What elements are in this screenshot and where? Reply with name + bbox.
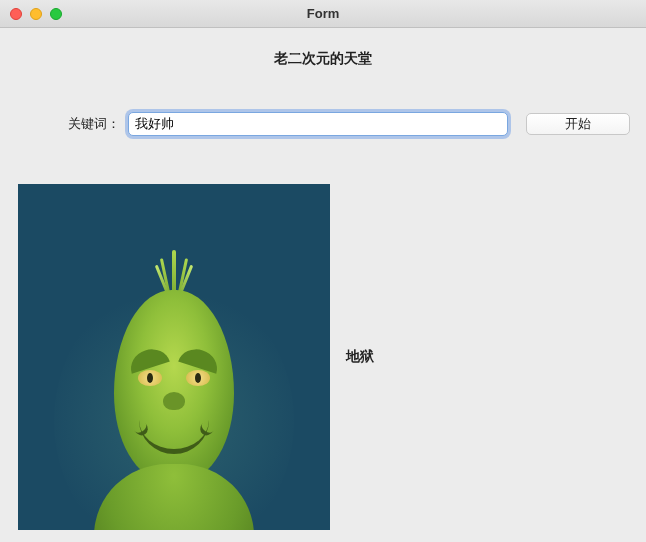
page-title: 老二次元的天堂 <box>0 28 646 68</box>
start-button[interactable]: 开始 <box>526 113 630 135</box>
result-image <box>18 184 330 530</box>
keyword-label: 关键词： <box>8 115 120 133</box>
window-controls <box>0 8 62 20</box>
keyword-input[interactable] <box>128 112 508 136</box>
content-area: 老二次元的天堂 关键词： 开始 地狱 <box>0 28 646 530</box>
window-title: Form <box>0 6 646 21</box>
result-label: 地狱 <box>346 348 374 366</box>
minimize-icon[interactable] <box>30 8 42 20</box>
result-area: 地狱 <box>0 136 646 530</box>
search-row: 关键词： 开始 <box>0 68 646 136</box>
titlebar: Form <box>0 0 646 28</box>
maximize-icon[interactable] <box>50 8 62 20</box>
character-illustration <box>94 250 254 530</box>
close-icon[interactable] <box>10 8 22 20</box>
